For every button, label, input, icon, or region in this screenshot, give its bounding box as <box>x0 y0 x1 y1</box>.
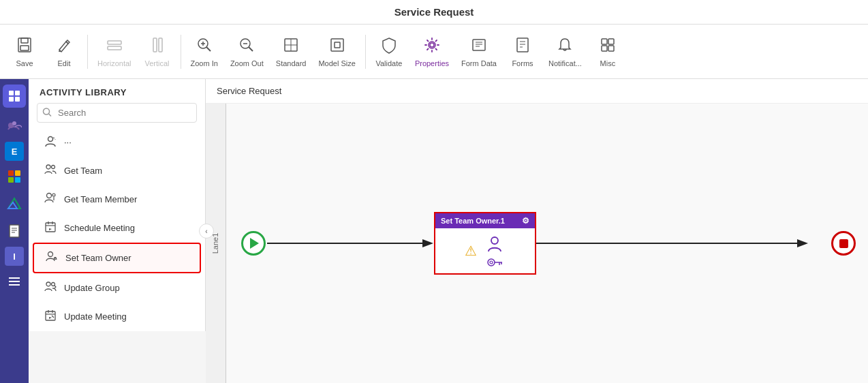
partial-icon <box>44 134 57 150</box>
properties-label: Properties <box>415 59 449 67</box>
lane-label-wrapper: Lane1 <box>206 104 226 383</box>
partial-label: ··· <box>64 137 72 147</box>
search-input[interactable] <box>37 103 197 123</box>
standard-icon <box>282 36 300 57</box>
svg-point-75 <box>491 237 498 244</box>
svg-rect-3 <box>108 41 121 44</box>
flow-svg <box>226 104 868 383</box>
toolbar-validate[interactable]: Validate <box>370 32 408 72</box>
svg-rect-40 <box>15 170 20 176</box>
toolbar-vertical[interactable]: Vertical <box>138 32 176 72</box>
get-team-member-label: Get Team Member <box>64 194 190 204</box>
schedule-meeting-label: Schedule Meeting <box>64 223 190 233</box>
activity-node-set-team-owner[interactable]: Set Team Owner.1 ⚙ ⚠ <box>434 212 536 275</box>
forms-icon <box>514 36 531 57</box>
left-nav-menu[interactable] <box>3 270 26 293</box>
activity-node-body: ⚠ <box>435 228 535 273</box>
toolbar-form-data[interactable]: Form Data <box>456 32 502 72</box>
misc-icon <box>599 36 617 57</box>
svg-rect-38 <box>12 121 16 125</box>
svg-rect-31 <box>602 46 607 51</box>
save-icon <box>16 36 33 57</box>
zoom-in-icon <box>196 36 213 57</box>
toolbar-save[interactable]: Save <box>5 32 44 72</box>
sidebar: Activity Library ··· <box>29 79 206 331</box>
left-nav-add[interactable] <box>3 85 26 108</box>
canvas-header: Service Request <box>206 79 868 104</box>
update-meeting-icon <box>44 308 57 325</box>
svg-rect-21 <box>473 40 485 50</box>
left-nav-office[interactable] <box>3 165 26 188</box>
activity-node-gear-icon[interactable]: ⚙ <box>522 216 529 226</box>
toolbar-zoom-out[interactable]: Zoom Out <box>225 32 269 72</box>
flow-start-node[interactable] <box>241 231 266 256</box>
model-size-icon <box>328 36 346 57</box>
svg-point-52 <box>44 108 50 114</box>
toolbar: Save Edit Horizontal Vertical Zoom In Zo… <box>0 25 868 79</box>
set-team-owner-icon <box>45 249 59 266</box>
toolbar-notifications[interactable]: Notificat... <box>543 32 587 72</box>
sidebar-item-get-team-member[interactable]: Get Team Member <box>33 185 201 213</box>
left-nav-doc[interactable] <box>3 219 26 243</box>
svg-point-54 <box>48 137 53 142</box>
sidebar-item-update-group[interactable]: Update Group <box>33 274 201 302</box>
left-nav-teams[interactable] <box>3 114 26 138</box>
svg-point-58 <box>52 194 55 196</box>
svg-rect-41 <box>8 177 14 183</box>
schedule-meeting-icon <box>44 219 57 236</box>
flow-end-node[interactable] <box>831 231 856 256</box>
warning-icon: ⚠ <box>465 243 477 259</box>
misc-label: Misc <box>600 59 616 67</box>
horizontal-label: Horizontal <box>97 59 131 67</box>
standard-label: Standard <box>276 59 307 67</box>
divider-2 <box>181 35 181 69</box>
svg-rect-32 <box>608 46 614 51</box>
toolbar-edit[interactable]: Edit <box>45 32 83 72</box>
svg-rect-17 <box>331 39 343 51</box>
sidebar-list: Get Team Get Team Member Schedule Meetin… <box>29 156 205 331</box>
sidebar-item-partial[interactable]: ··· <box>33 129 201 155</box>
zoom-in-label: Zoom In <box>191 59 218 67</box>
activity-node-header: Set Team Owner.1 ⚙ <box>435 213 535 228</box>
toolbar-zoom-in[interactable]: Zoom In <box>185 32 223 72</box>
toolbar-forms[interactable]: Forms <box>503 32 542 72</box>
svg-rect-33 <box>9 91 14 95</box>
activity-node-title: Set Team Owner.1 <box>441 217 505 225</box>
get-team-icon <box>44 162 57 179</box>
svg-rect-42 <box>15 177 20 183</box>
update-group-icon <box>44 279 57 296</box>
key-icon-svg <box>487 257 502 268</box>
left-nav-drive[interactable] <box>3 192 26 215</box>
left-nav: E I <box>0 79 29 383</box>
end-stop-icon <box>839 239 848 248</box>
canvas-content: Lane1 <box>206 104 868 383</box>
notifications-icon <box>556 36 574 57</box>
toolbar-misc[interactable]: Misc <box>589 32 627 72</box>
left-nav-info[interactable]: I <box>5 247 24 266</box>
toolbar-standard[interactable]: Standard <box>270 32 312 72</box>
form-data-label: Form Data <box>461 59 497 67</box>
sidebar-item-update-meeting[interactable]: Update Meeting <box>33 303 201 331</box>
sidebar-header: Activity Library <box>29 79 205 103</box>
edit-label: Edit <box>58 59 71 67</box>
sidebar-item-schedule-meeting[interactable]: Schedule Meeting <box>33 214 201 242</box>
validate-icon <box>380 36 398 57</box>
top-bar: Service Request <box>0 0 868 25</box>
model-size-label: Model Size <box>318 59 355 67</box>
collapse-sidebar-button[interactable]: ‹ <box>199 224 214 239</box>
toolbar-model-size[interactable]: Model Size <box>313 32 360 72</box>
zoom-out-icon <box>238 36 255 57</box>
svg-rect-6 <box>159 38 162 52</box>
sidebar-item-set-team-owner[interactable]: Set Team Owner <box>33 243 201 273</box>
toolbar-horizontal[interactable]: Horizontal <box>92 32 137 72</box>
svg-rect-39 <box>8 170 14 176</box>
search-icon <box>42 107 52 119</box>
left-nav-exchange[interactable]: E <box>5 142 24 161</box>
svg-line-53 <box>49 114 52 117</box>
sidebar-item-get-team[interactable]: Get Team <box>33 157 201 185</box>
zoom-out-label: Zoom Out <box>230 59 264 67</box>
svg-rect-60 <box>46 223 55 232</box>
svg-rect-35 <box>9 97 14 102</box>
page-title: Service Request <box>394 6 474 18</box>
toolbar-properties[interactable]: Properties <box>409 32 454 72</box>
